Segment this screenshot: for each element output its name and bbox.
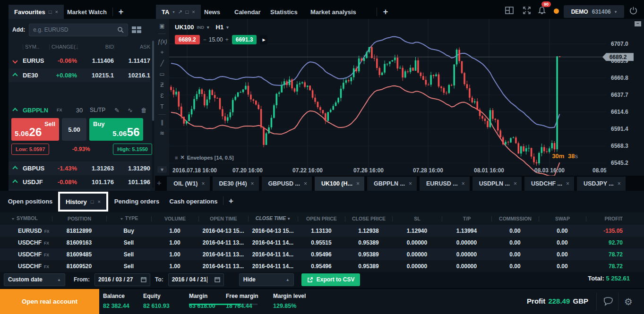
rectangle-icon[interactable]: ▭ bbox=[157, 71, 167, 77]
filter-icon[interactable]: ▼ bbox=[120, 216, 124, 221]
column-header-closetime[interactable]: CLOSE TIME ▼ bbox=[248, 216, 298, 221]
column-header-ask[interactable]: ASK bbox=[114, 44, 150, 50]
close-icon[interactable]: × bbox=[514, 180, 517, 187]
calendar-icon[interactable] bbox=[141, 277, 146, 282]
draw-line-icon[interactable]: ╱ bbox=[157, 60, 167, 67]
sell-button[interactable]: Sell 5.0626 bbox=[11, 118, 59, 141]
chevron-down-icon[interactable]: ▾ bbox=[226, 25, 229, 30]
delete-icon[interactable]: 🗑︎ bbox=[141, 107, 152, 114]
bid-value[interactable]: 1.11406 bbox=[77, 57, 114, 64]
increase-step-icon[interactable]: + bbox=[225, 36, 229, 43]
filter-icon[interactable]: ▼ bbox=[11, 216, 15, 221]
column-header-position[interactable]: POSITION bbox=[52, 216, 106, 221]
ask-value[interactable]: 1.31290 bbox=[114, 165, 150, 172]
buy-price-button[interactable]: 6691.3 bbox=[232, 35, 257, 44]
column-header-symbol[interactable]: ▼SYMBOL bbox=[0, 216, 52, 221]
history-row[interactable]: USDCHFFX81609520Sell1.002016-04-11 13...… bbox=[0, 260, 644, 272]
chart-plot-area[interactable]: UK100 IND ▾ H1 ▾ 6689.2 − 15.00 + 6691.3… bbox=[169, 19, 606, 176]
chart-tab-usdpln[interactable]: USDPLN ...× bbox=[472, 177, 522, 191]
column-header-closeprice[interactable]: CLOSE PRICE bbox=[345, 216, 392, 221]
column-header-opentime[interactable]: OPEN TIME bbox=[198, 216, 248, 221]
chart-type-icon[interactable]: ▣ bbox=[157, 23, 167, 29]
indicator-remove-icon[interactable]: ✕ bbox=[180, 154, 184, 161]
close-icon[interactable]: × bbox=[304, 180, 307, 187]
crosshair-icon[interactable]: + bbox=[157, 49, 167, 56]
tab-cash-operations[interactable]: Cash operations bbox=[166, 194, 221, 209]
close-icon[interactable]: × bbox=[409, 180, 412, 187]
ask-value[interactable]: 101.196 bbox=[114, 178, 150, 186]
scrollbar[interactable] bbox=[152, 41, 154, 188]
chart-tab-de30h4[interactable]: DE30 (H4)× bbox=[213, 177, 259, 191]
history-row[interactable]: EURUSDFX81812899Buy1.002016-04-13 15...2… bbox=[0, 225, 644, 237]
indicator-settings-icon[interactable]: ≡ bbox=[175, 155, 178, 161]
tab-statistics[interactable]: Statistics bbox=[265, 5, 303, 19]
buy-button[interactable]: Buy 5.0656 bbox=[89, 118, 143, 141]
column-header-commission[interactable]: COMMISSION bbox=[491, 216, 539, 221]
collapse-icon[interactable]: ▾ bbox=[157, 166, 167, 173]
maximize-icon[interactable]: □ bbox=[186, 9, 189, 15]
add-main-tab-button[interactable]: + bbox=[378, 5, 393, 19]
layout-icon[interactable] bbox=[505, 6, 515, 16]
export-to-csv-button[interactable]: Export to CSV bbox=[301, 273, 361, 286]
chevron-down-icon[interactable]: ▾ bbox=[207, 25, 209, 30]
column-header-sl[interactable]: SL bbox=[392, 216, 442, 221]
open-chart-icon[interactable]: ∿ bbox=[128, 107, 141, 114]
decrease-step-icon[interactable]: − bbox=[203, 36, 206, 43]
to-date-input[interactable]: 2016 / 04 / 21 bbox=[168, 273, 224, 286]
chart-tab-usdjpy[interactable]: USDJPY ...× bbox=[577, 177, 626, 191]
open-real-account-button[interactable]: Open real account bbox=[0, 289, 99, 314]
column-header-type[interactable]: ▼TYPE bbox=[106, 216, 151, 221]
close-icon[interactable]: × bbox=[98, 199, 101, 204]
account-selector[interactable]: DEMO 631406 ▾ bbox=[564, 5, 624, 18]
close-icon[interactable]: × bbox=[55, 9, 58, 15]
expand-order-panel-button[interactable]: ▶ bbox=[260, 35, 267, 44]
watchlist-row-eurus[interactable]: EURUS-0.06%1.114061.11417 bbox=[9, 54, 150, 68]
close-icon[interactable]: × bbox=[192, 9, 195, 15]
instrument-symbol[interactable]: GBPPLN bbox=[23, 107, 57, 114]
chat-icon[interactable] bbox=[602, 296, 614, 307]
column-header-bid[interactable]: BID bbox=[77, 44, 114, 50]
bid-value[interactable]: 1.31263 bbox=[77, 165, 114, 172]
close-icon[interactable]: × bbox=[202, 180, 205, 187]
search-input[interactable]: e.g. EURUSD bbox=[29, 24, 128, 36]
minimize-icon[interactable]: − bbox=[635, 21, 641, 26]
price-axis[interactable]: − 6707.06683.96660.86637.76614.66591.465… bbox=[606, 19, 644, 176]
history-row[interactable]: USDCHFFX81609163Sell1.002016-04-11 13...… bbox=[0, 237, 644, 248]
objects-icon[interactable]: ≋ bbox=[157, 130, 167, 136]
timeframe-selector[interactable]: H1 bbox=[216, 24, 224, 31]
date-range-select[interactable]: Custom date▲ bbox=[4, 273, 65, 286]
tab-pending-orders[interactable]: Pending orders bbox=[110, 194, 164, 209]
settings-gear-icon[interactable]: ⚙ bbox=[624, 296, 635, 307]
watchlist-row-gbpus[interactable]: GBPUS-1.43%1.312631.31290 bbox=[9, 161, 150, 175]
chart-tab-gbppln[interactable]: GBPPLN ...× bbox=[367, 177, 417, 191]
notifications-bell-icon[interactable] bbox=[537, 6, 548, 16]
chart-symbol[interactable]: UK100 bbox=[175, 24, 194, 31]
new-chart-tab-button[interactable]: + bbox=[155, 179, 164, 187]
chart-tab-usdchf[interactable]: USDCHF ...× bbox=[524, 177, 574, 191]
column-header-openprice[interactable]: OPEN PRICE bbox=[298, 216, 345, 221]
add-panel-tab-button[interactable]: + bbox=[224, 194, 238, 209]
chart-tab-uk100h[interactable]: UK100 (H...× bbox=[315, 177, 364, 191]
column-header-tp[interactable]: T/P bbox=[442, 216, 491, 221]
tab-market-analysis[interactable]: Market analysis bbox=[305, 5, 362, 19]
watchlist-row-usdjf[interactable]: USDJF-0.08%101.176101.196 bbox=[9, 175, 150, 189]
text-icon[interactable]: T bbox=[157, 103, 167, 110]
chart-tab-eurusd[interactable]: EURUSD ...× bbox=[420, 177, 470, 191]
tab-open-positions[interactable]: Open positions bbox=[0, 194, 60, 209]
power-icon[interactable] bbox=[628, 6, 639, 16]
tab-calendar[interactable]: Calendar bbox=[229, 5, 266, 19]
popout-icon[interactable]: □ bbox=[49, 9, 52, 15]
fibonacci-icon[interactable]: Ƶ bbox=[157, 82, 167, 88]
chart-tab-oilw1[interactable]: OIL (W1)× bbox=[167, 177, 209, 191]
close-icon[interactable]: × bbox=[618, 180, 621, 187]
grid-view-icon[interactable] bbox=[132, 26, 141, 34]
column-header-change[interactable]: CHANGE(.. bbox=[49, 44, 77, 50]
tab-news[interactable]: News bbox=[198, 5, 226, 19]
watchlist-row-de30[interactable]: DE30+0.08%10215.110216.1 bbox=[9, 68, 150, 82]
popout-icon[interactable]: □ bbox=[91, 199, 94, 204]
visibility-select[interactable]: Hide▲ bbox=[239, 273, 294, 286]
ask-value[interactable]: 1.11417 bbox=[114, 57, 150, 64]
tab-history-highlighted[interactable]: History □ × bbox=[58, 192, 108, 212]
chevron-down-icon[interactable]: ▾ bbox=[172, 10, 174, 14]
close-icon[interactable]: × bbox=[251, 180, 254, 187]
